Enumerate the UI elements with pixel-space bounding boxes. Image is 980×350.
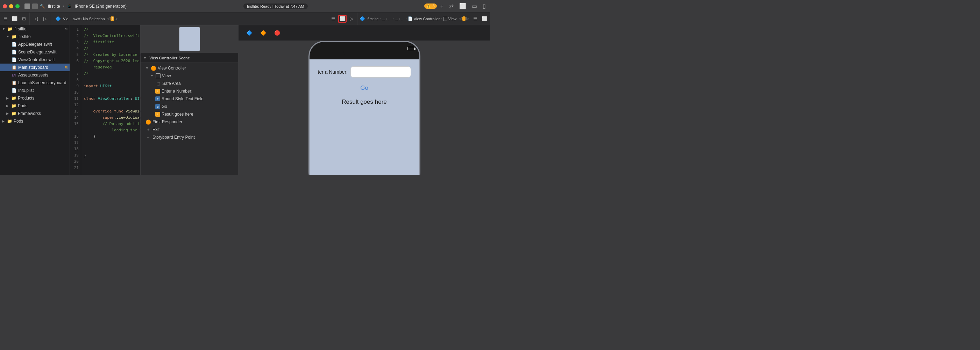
rbc-end-arrows: ◁ ! ▷ — [459, 16, 469, 21]
sidebar-toggle-btn[interactable]: ☰ — [2, 15, 10, 23]
tree-item-responder[interactable]: 🟠 First Responder — [141, 118, 238, 126]
rbc-vc-icon: 📄 — [408, 16, 413, 21]
view-icon — [156, 73, 161, 78]
minimize-button[interactable] — [9, 4, 13, 8]
iphone-mockup: ter a Number: Go Result goes here — [309, 41, 420, 175]
sidebar-frameworks-label: Frameworks — [18, 111, 41, 116]
file-icon: 🔷 — [54, 15, 62, 23]
rbc-project[interactable]: firstlite — [368, 17, 379, 21]
rbc-vc[interactable]: View Controller — [414, 17, 440, 21]
scene-disclosure[interactable]: ▼ — [143, 56, 146, 60]
phone-go-button[interactable]: Go — [318, 84, 411, 92]
sidebar-item-launchscreen[interactable]: 📋 LaunchScreen.storyboard — [0, 79, 70, 87]
preview-area: ter a Number: Go Result goes here CSDN @… — [239, 41, 490, 175]
right-panel-btn2[interactable]: ⬜ — [480, 15, 488, 23]
view-label: View — [162, 73, 171, 78]
split-button[interactable]: ⬜ — [458, 2, 468, 10]
sidebar-item-infoplist[interactable]: 📄 Info.plist — [0, 87, 70, 94]
arrow-button[interactable]: ⇄ — [448, 2, 455, 10]
rbc-folder2[interactable]: ... — [388, 17, 391, 21]
tree-item-textfield[interactable]: F Round Style Text Field — [141, 95, 238, 103]
tree-item-label1[interactable]: L Enter a Number: — [141, 87, 238, 95]
sidebar-root-label: firstlite — [14, 27, 27, 32]
vc-icon: 🟠 — [151, 65, 156, 71]
sidebar-item-mainstoryboard[interactable]: 📋 Main.storyboard M — [0, 63, 70, 71]
split-view-btn[interactable]: ⬜ — [338, 15, 347, 23]
go-button-icon: B — [155, 104, 160, 109]
pods-root-icon: 📁 — [6, 119, 12, 124]
view-disclosure: ▼ — [150, 74, 154, 78]
bc-sep1: › — [81, 17, 82, 21]
play-button[interactable] — [24, 3, 30, 9]
code-content[interactable]: // // ViewController.swift // firstlite … — [81, 25, 140, 175]
toolbar-left: ☰ ⬜ ⊞ — [0, 13, 30, 25]
sidebar-item-frameworks[interactable]: ▶ 📁 Frameworks — [0, 110, 70, 117]
rbc-folder1[interactable]: ... — [382, 17, 385, 21]
tree-item-view[interactable]: ▼ View — [141, 72, 238, 80]
sidebar-pods-root-label: Pods — [14, 119, 23, 124]
sidebar-item-root[interactable]: ▼ 📁 firstlite M — [0, 25, 70, 33]
sidebar-item-subroot[interactable]: ▼ 📁 firstlite — [0, 33, 70, 41]
breadcrumb-right: 🔷 firstlite › ... › ... › ... › ... › 📄 … — [358, 15, 469, 23]
result-icon: L — [155, 112, 160, 117]
sidebar-item-assets[interactable]: 🗂 Assets.xcassets — [0, 71, 70, 79]
tree-item-go-button[interactable]: B Go — [141, 103, 238, 110]
phone-text-field[interactable] — [350, 67, 410, 78]
rbc-prev[interactable]: ◁ — [459, 16, 462, 21]
tree-item-result-label[interactable]: L Result goes here — [141, 110, 238, 118]
right-panel-btn1[interactable]: ☰ — [471, 15, 479, 23]
rbc-folder3[interactable]: ... — [395, 17, 398, 21]
insp-tab-1[interactable]: 🔷 — [244, 28, 254, 38]
storyboard-nav-right[interactable]: ▷ — [347, 15, 356, 23]
layout1-button[interactable]: ▭ — [471, 2, 479, 10]
exit-label: Exit — [153, 127, 159, 132]
phone-result-label: Result goes here — [318, 98, 411, 106]
project-name: firstlite — [48, 4, 60, 9]
frameworks-icon: 📁 — [11, 111, 16, 116]
bc-next[interactable]: ▷ — [115, 16, 118, 21]
code-editor[interactable]: 123456789101112131415161718192021 // // … — [70, 25, 140, 175]
insp-tab-3[interactable]: 🔴 — [272, 28, 282, 38]
grid-btn[interactable]: ⊞ — [19, 15, 28, 23]
tree-item-safe-area[interactable]: ⬚ Safe Area — [141, 80, 238, 87]
tree-item-vc[interactable]: ▼ 🟠 View Controller — [141, 64, 238, 72]
sidebar-item-appdelegate[interactable]: 📄 AppDelegate.swift — [0, 41, 70, 48]
sidebar-item-pods[interactable]: ▶ 📁 Pods — [0, 102, 70, 110]
bc-selection[interactable]: No Selection — [83, 17, 105, 21]
sidebar-item-viewcontroller[interactable]: 📄 ViewController.swift — [0, 56, 70, 63]
toolbar: ☰ ⬜ ⊞ ◁ ▷ 🔷 Vie....swift › No Selection … — [0, 13, 490, 25]
rbc-next[interactable]: ▷ — [466, 16, 469, 21]
sidebar-item-products[interactable]: ▶ 📁 Products — [0, 94, 70, 102]
line-numbers: 123456789101112131415161718192021 — [70, 25, 81, 175]
sidebar-item-pods-root[interactable]: ▶ 📁 Pods — [0, 117, 70, 125]
close-button[interactable] — [3, 4, 7, 8]
warning-badge[interactable]: ⚠️ 3 — [424, 3, 436, 9]
storyboard-nav-btn[interactable]: ☰ — [329, 15, 337, 23]
sidebar-item-scenedelegate[interactable]: 📄 SceneDelegate.swift — [0, 48, 70, 56]
bc-prev[interactable]: ◁ — [107, 16, 110, 21]
insp-tab-2[interactable]: 🔶 — [258, 28, 268, 38]
view-toggle-btn[interactable]: ⬜ — [11, 15, 19, 23]
nav-back-btn[interactable]: ◁ — [32, 15, 40, 23]
bc-file[interactable]: Vie....swift — [63, 17, 80, 21]
maximize-button[interactable] — [15, 4, 19, 8]
storyboard-thumbnail — [141, 25, 238, 53]
entry-icon: → — [145, 135, 151, 140]
go-button-label: Go — [162, 104, 167, 109]
tree-item-exit[interactable]: ⎆ Exit — [141, 126, 238, 133]
tree-item-entry[interactable]: → Storyboard Entry Point — [141, 133, 238, 141]
layout2-button[interactable]: ▯ — [481, 2, 487, 10]
add-button[interactable]: + — [439, 2, 445, 10]
inspector-icons-bar: 🔷 🔶 🔴 — [239, 25, 490, 41]
rbc-sep1: › — [379, 17, 380, 21]
stop-button[interactable] — [32, 3, 38, 9]
title-bar-right: + ⇄ ⬜ ▭ ▯ — [439, 2, 487, 10]
rbc-view[interactable]: View — [449, 17, 457, 21]
title-bar: 🔨 firstlite › 📱 iPhone SE (2nd generatio… — [0, 0, 490, 13]
responder-icon: 🟠 — [145, 119, 151, 125]
nav-fwd-btn[interactable]: ▷ — [41, 15, 49, 23]
code-area: 123456789101112131415161718192021 // // … — [70, 25, 140, 175]
sidebar-appdelegate-label: AppDelegate.swift — [18, 42, 52, 47]
textfield-icon: F — [155, 97, 160, 101]
rbc-folder4[interactable]: ... — [401, 17, 404, 21]
